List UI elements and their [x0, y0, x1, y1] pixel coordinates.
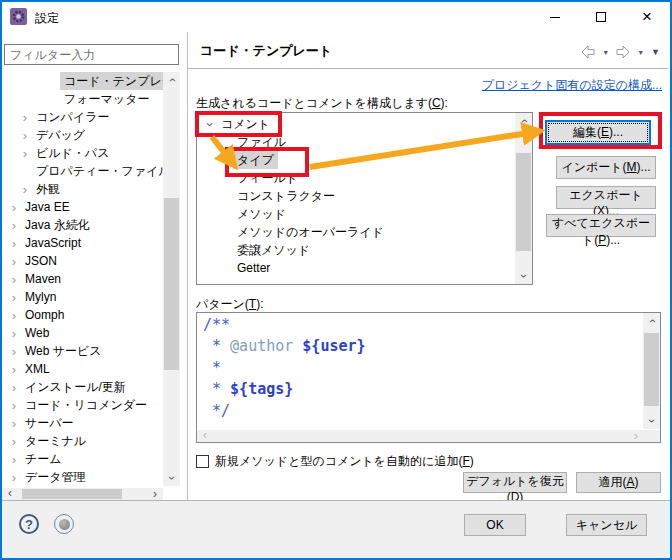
code-templates-page: コード・テンプレート ▼ ▼ ▼ プロジェクト固有の設定の構成... 生成される…: [188, 32, 668, 500]
tree-horizontal-scrollbar[interactable]: › ›: [2, 488, 163, 500]
template-list-scrollbar[interactable]: › ›: [515, 113, 532, 284]
chevron-right-icon[interactable]: ›: [7, 237, 21, 250]
scrollbar-thumb[interactable]: [516, 153, 531, 251]
sidebar-item-web-services[interactable]: ›Web サービス: [2, 342, 163, 360]
sidebar-item-formatter[interactable]: フォーマッター: [2, 90, 163, 108]
chevron-right-icon[interactable]: ›: [7, 345, 21, 358]
scroll-down-icon[interactable]: ›: [643, 413, 660, 429]
edit-button[interactable]: 編集(E)...: [545, 120, 651, 145]
template-item-methods[interactable]: メソッド: [197, 205, 532, 223]
back-arrow-icon[interactable]: [581, 45, 595, 59]
sidebar-item-java-persistence[interactable]: ›Java 永続化: [2, 216, 163, 234]
chevron-right-icon[interactable]: ›: [7, 399, 21, 412]
chevron-right-icon[interactable]: ›: [7, 435, 21, 448]
chevron-right-icon[interactable]: ›: [7, 309, 21, 322]
sidebar-item-compiler[interactable]: ›コンパイラー: [2, 108, 163, 126]
export-all-button[interactable]: すべてエクスポート(P)...: [546, 214, 656, 237]
scroll-up-icon[interactable]: ›: [643, 313, 660, 329]
sidebar-item-maven[interactable]: ›Maven: [2, 270, 163, 288]
sidebar-item-xml[interactable]: ›XML: [2, 360, 163, 378]
preference-recorder-icon[interactable]: [54, 514, 74, 534]
chevron-right-icon[interactable]: ›: [7, 273, 21, 286]
chevron-right-icon[interactable]: ›: [7, 201, 21, 214]
sidebar-item-build-path[interactable]: ›ビルド・パス: [2, 144, 163, 162]
sidebar-item-properties-files[interactable]: プロパティー・ファイル・エ: [2, 162, 163, 180]
restore-defaults-button[interactable]: デフォルトを復元(D): [463, 472, 567, 493]
sidebar-item-web[interactable]: ›Web: [2, 324, 163, 342]
sidebar-item-server[interactable]: ›サーバー: [2, 414, 163, 432]
minimize-button[interactable]: [532, 2, 578, 32]
forward-history-dropdown-icon[interactable]: ▼: [637, 49, 644, 56]
template-group-comments[interactable]: › コメント: [197, 115, 532, 133]
chevron-right-icon[interactable]: ›: [18, 111, 32, 124]
filter-input[interactable]: [4, 44, 179, 65]
template-item-getter[interactable]: Getter: [197, 259, 532, 277]
scroll-right-icon[interactable]: ›: [628, 430, 644, 442]
sidebar-item-code-templates[interactable]: コード・テンプレート: [2, 72, 163, 90]
sidebar-item-team[interactable]: ›チーム: [2, 450, 163, 468]
chevron-right-icon[interactable]: ›: [7, 327, 21, 340]
window-title: 設定: [35, 10, 59, 27]
preferences-sidebar: コード・テンプレート フォーマッター ›コンパイラー ›デバッグ ›ビルド・パス…: [2, 32, 187, 500]
scroll-down-icon[interactable]: ›: [163, 470, 180, 486]
chevron-right-icon[interactable]: ›: [7, 291, 21, 304]
scrollbar-thumb[interactable]: [164, 198, 179, 370]
sidebar-item-install-update[interactable]: ›インストール/更新: [2, 378, 163, 396]
chevron-down-icon[interactable]: ›: [203, 118, 217, 131]
chevron-right-icon[interactable]: ›: [7, 453, 21, 466]
scroll-left-icon[interactable]: ›: [197, 430, 213, 442]
preferences-tree: コード・テンプレート フォーマッター ›コンパイラー ›デバッグ ›ビルド・パス…: [2, 72, 163, 486]
pattern-horizontal-scrollbar[interactable]: › ›: [197, 430, 644, 442]
sidebar-item-code-recommenders[interactable]: ›コード・リコメンダー: [2, 396, 163, 414]
scroll-left-icon[interactable]: ›: [2, 488, 18, 500]
chevron-right-icon[interactable]: ›: [7, 417, 21, 430]
apply-button[interactable]: 適用(A): [576, 472, 661, 493]
help-icon[interactable]: ?: [19, 514, 39, 534]
sidebar-item-json[interactable]: ›JSON: [2, 252, 163, 270]
sidebar-item-appearance[interactable]: ›外観: [2, 180, 163, 198]
tree-vertical-scrollbar[interactable]: › ›: [163, 72, 180, 486]
scroll-up-icon[interactable]: ›: [163, 72, 180, 88]
chevron-right-icon[interactable]: ›: [18, 147, 32, 160]
sidebar-item-debug[interactable]: ›デバッグ: [2, 126, 163, 144]
chevron-right-icon[interactable]: ›: [18, 129, 32, 142]
cancel-button[interactable]: キャンセル: [566, 514, 647, 536]
import-button[interactable]: インポート(M)...: [556, 156, 656, 179]
sidebar-item-terminal[interactable]: ›ターミナル: [2, 432, 163, 450]
chevron-right-icon[interactable]: ›: [7, 381, 21, 394]
template-item-types[interactable]: タイプ: [197, 151, 532, 169]
close-button[interactable]: ×: [624, 2, 670, 32]
template-item-overriding-methods[interactable]: メソッドのオーバーライド: [197, 223, 532, 241]
pattern-vertical-scrollbar[interactable]: › ›: [643, 313, 660, 429]
back-history-dropdown-icon[interactable]: ▼: [602, 49, 609, 56]
auto-comment-checkbox[interactable]: [196, 455, 209, 468]
scrollbar-thumb[interactable]: [22, 489, 122, 499]
template-item-fields[interactable]: フィールド: [197, 169, 532, 187]
chevron-right-icon[interactable]: ›: [7, 471, 21, 484]
maximize-button[interactable]: [578, 2, 624, 32]
forward-arrow-icon[interactable]: [616, 45, 630, 59]
template-item-delegate-methods[interactable]: 委譲メソッド: [197, 241, 532, 259]
project-settings-link[interactable]: プロジェクト固有の設定の構成...: [482, 77, 662, 94]
chevron-right-icon[interactable]: ›: [7, 219, 21, 232]
export-button[interactable]: エクスポート(X)...: [556, 186, 656, 209]
ok-button[interactable]: OK: [464, 514, 526, 536]
chevron-right-icon[interactable]: ›: [18, 183, 32, 196]
scrollbar-thumb[interactable]: [644, 333, 659, 406]
view-menu-icon[interactable]: ▼: [651, 47, 660, 57]
scroll-down-icon[interactable]: ›: [515, 268, 532, 284]
sidebar-item-mylyn[interactable]: ›Mylyn: [2, 288, 163, 306]
chevron-right-icon[interactable]: ›: [7, 363, 21, 376]
pattern-editor[interactable]: /** * @author ${user} * * ${tags} */ › ›…: [196, 312, 661, 443]
scroll-up-icon[interactable]: ›: [515, 113, 532, 129]
template-list: › コメント ファイル タイプ フィールド コンストラクター メソッド メソッド…: [196, 112, 533, 285]
scroll-right-icon[interactable]: ›: [147, 488, 163, 500]
template-item-constructors[interactable]: コンストラクター: [197, 187, 532, 205]
sidebar-item-java-ee[interactable]: ›Java EE: [2, 198, 163, 216]
sidebar-item-oomph[interactable]: ›Oomph: [2, 306, 163, 324]
pattern-label: パターン(T):: [196, 296, 264, 313]
sidebar-item-javascript[interactable]: ›JavaScript: [2, 234, 163, 252]
template-item-files[interactable]: ファイル: [197, 133, 532, 151]
chevron-right-icon[interactable]: ›: [7, 255, 21, 268]
sidebar-item-data-management[interactable]: ›データ管理: [2, 468, 163, 486]
